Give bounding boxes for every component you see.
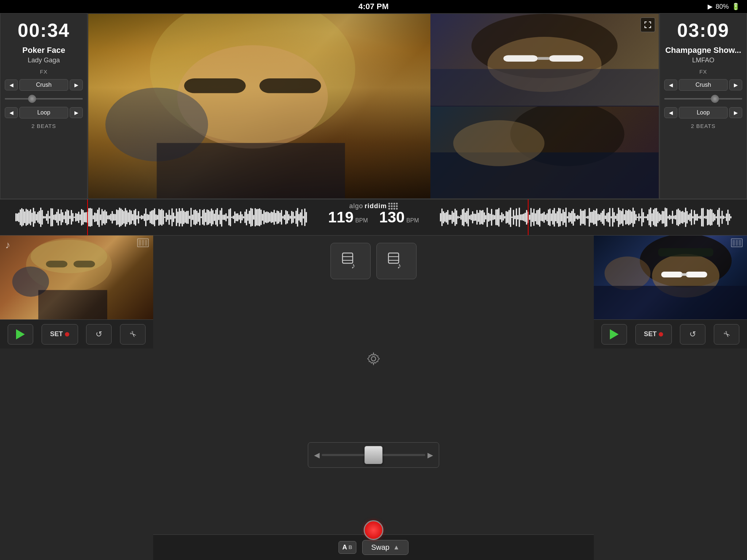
- settings-button[interactable]: [361, 346, 386, 372]
- svg-rect-376: [675, 215, 676, 219]
- svg-rect-287: [545, 215, 546, 220]
- left-undo-button[interactable]: ↺: [86, 324, 112, 345]
- svg-rect-23: [27, 210, 28, 225]
- svg-rect-128: [180, 211, 182, 224]
- svg-rect-211: [301, 209, 303, 225]
- svg-rect-390: [695, 214, 697, 221]
- right-waveform[interactable]: [425, 199, 747, 235]
- crossfader-track: [322, 454, 425, 456]
- svg-rect-325: [600, 213, 602, 222]
- left-fx-next-button[interactable]: ▶: [70, 79, 83, 90]
- svg-rect-101: [141, 215, 142, 219]
- svg-rect-225: [454, 209, 456, 226]
- expand-button[interactable]: [640, 18, 655, 32]
- svg-rect-250: [491, 209, 492, 226]
- left-deck-panel: 00:34 Poker Face Lady Gaga FX ◀ Crush ▶ …: [0, 13, 88, 199]
- crossfader[interactable]: ◀ ▶: [308, 442, 439, 468]
- svg-rect-401: [711, 210, 713, 225]
- left-fx-row: ◀ Crush ▶: [5, 79, 83, 91]
- svg-rect-309: [577, 215, 578, 220]
- svg-point-420: [31, 240, 107, 273]
- svg-rect-393: [700, 216, 701, 219]
- svg-rect-386: [689, 213, 691, 221]
- svg-rect-141: [199, 209, 201, 225]
- svg-rect-407: [720, 216, 721, 219]
- right-set-button[interactable]: SET: [635, 324, 672, 345]
- svg-rect-184: [262, 214, 263, 221]
- svg-rect-279: [533, 209, 535, 226]
- left-fx-slider[interactable]: [5, 95, 83, 102]
- svg-rect-222: [450, 215, 452, 220]
- left-loop-next-button[interactable]: ▶: [70, 107, 83, 118]
- svg-rect-203: [290, 216, 291, 219]
- svg-rect-246: [485, 215, 487, 219]
- svg-rect-209: [298, 214, 300, 221]
- svg-rect-319: [592, 212, 593, 223]
- record-button[interactable]: [364, 520, 383, 540]
- svg-rect-370: [666, 208, 667, 226]
- svg-rect-98: [136, 215, 138, 219]
- left-play-button[interactable]: [8, 324, 33, 345]
- left-scratch-button[interactable]: ✂: [120, 324, 146, 345]
- right-fx-slider[interactable]: [664, 95, 742, 102]
- svg-rect-375: [673, 216, 675, 219]
- right-undo-button[interactable]: ↺: [680, 324, 705, 345]
- svg-rect-295: [557, 211, 558, 223]
- svg-rect-8: [504, 55, 538, 62]
- right-loop-next-button[interactable]: ▶: [729, 107, 742, 118]
- svg-rect-266: [514, 215, 516, 219]
- svg-rect-171: [243, 216, 244, 218]
- right-fx-prev-button[interactable]: ◀: [664, 79, 677, 90]
- right-play-button[interactable]: [601, 324, 627, 345]
- right-fx-effect-button[interactable]: Crush: [679, 79, 728, 91]
- svg-rect-297: [560, 209, 561, 226]
- svg-rect-341: [624, 214, 625, 221]
- left-track-title: Poker Face: [22, 46, 65, 55]
- right-fx-row: ◀ Crush ▶: [664, 79, 742, 91]
- right-loop-prev-button[interactable]: ◀: [664, 107, 677, 118]
- gear-icon: [367, 352, 380, 365]
- right-loop-button[interactable]: Loop: [679, 107, 728, 118]
- crossfader-left-arrow[interactable]: ◀: [312, 451, 322, 459]
- video-main: [88, 14, 659, 198]
- left-waveform[interactable]: [0, 199, 322, 235]
- svg-rect-42: [55, 214, 56, 221]
- center-top-buttons: ♪ ♪: [330, 243, 417, 279]
- svg-rect-35: [44, 216, 46, 218]
- right-scratch-button[interactable]: ✂: [714, 324, 739, 345]
- svg-rect-226: [456, 210, 457, 224]
- right-deck-timer: 03:09: [677, 19, 729, 41]
- left-loop-prev-button[interactable]: ◀: [5, 107, 18, 118]
- svg-rect-328: [605, 215, 606, 219]
- svg-rect-284: [541, 214, 542, 221]
- crossfader-right-arrow[interactable]: ▶: [425, 451, 435, 459]
- left-media-button[interactable]: ♪: [330, 243, 371, 279]
- svg-rect-67: [91, 209, 93, 226]
- svg-rect-379: [679, 210, 681, 225]
- svg-rect-102: [142, 216, 144, 219]
- svg-rect-147: [208, 210, 209, 225]
- svg-rect-156: [221, 208, 222, 227]
- swap-button[interactable]: Swap ▲: [362, 540, 409, 555]
- svg-rect-389: [694, 210, 695, 225]
- svg-rect-387: [691, 210, 692, 225]
- svg-rect-372: [669, 215, 670, 220]
- svg-rect-3: [259, 78, 321, 93]
- svg-text:♪: ♪: [397, 261, 401, 270]
- left-fx-effect-button[interactable]: Crush: [19, 79, 68, 91]
- left-set-button[interactable]: SET: [42, 324, 78, 345]
- left-undo-icon: ↺: [96, 330, 102, 339]
- svg-rect-199: [284, 215, 285, 220]
- svg-rect-276: [529, 215, 530, 220]
- svg-rect-223: [452, 211, 453, 224]
- svg-rect-391: [697, 214, 698, 221]
- svg-rect-403: [714, 214, 716, 221]
- left-loop-button[interactable]: Loop: [19, 107, 68, 118]
- svg-rect-414: [730, 216, 732, 218]
- svg-rect-46: [61, 210, 62, 225]
- left-fx-prev-button[interactable]: ◀: [5, 79, 18, 90]
- right-media-button[interactable]: ♪: [376, 243, 417, 279]
- svg-rect-58: [78, 212, 80, 223]
- svg-rect-300: [564, 212, 565, 223]
- right-fx-next-button[interactable]: ▶: [729, 79, 742, 90]
